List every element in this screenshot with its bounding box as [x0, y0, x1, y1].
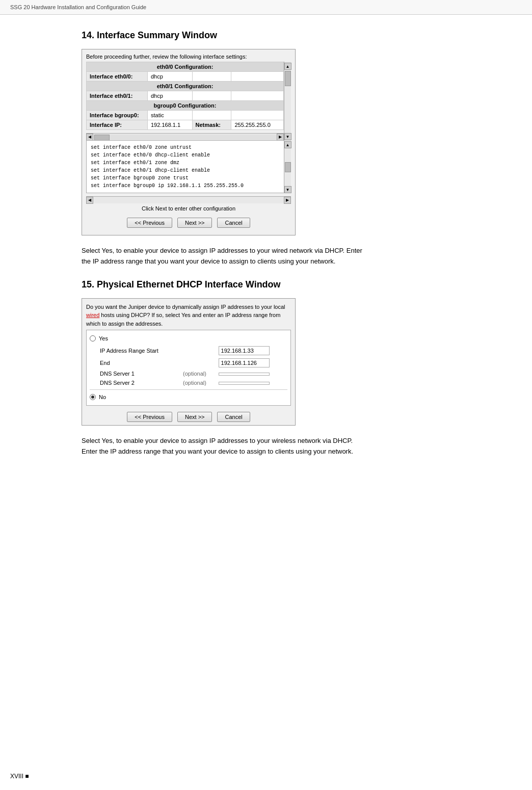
- cli-vscroll-thumb[interactable]: [285, 162, 291, 172]
- dns1-row: DNS Server 1 (optional): [90, 369, 287, 378]
- ip-start-input-cell: 192.168.1.33: [217, 345, 287, 357]
- dns1-label: DNS Server 1: [90, 369, 181, 378]
- eth01-header-row: eth0/1 Configuration:: [87, 82, 284, 91]
- section14-description: Select Yes, to enable your device to ass…: [82, 246, 367, 267]
- vscroll-thumb[interactable]: [285, 71, 291, 86]
- vscroll-track: [285, 70, 291, 133]
- bgroup0-label: Interface bgroup0:: [87, 111, 148, 120]
- divider: [90, 389, 287, 390]
- interface-table: eth0/0 Configuration: Interface eth0/0: …: [86, 62, 284, 130]
- ip-row: Interface IP: 192.168.1.1 Netmask: 255.2…: [87, 120, 284, 130]
- ip-start-row: IP Address Range Start 192.168.1.33: [90, 345, 287, 357]
- no-radio[interactable]: [90, 394, 96, 400]
- cli-line-2: set interface eth0/0 dhcp-client enable: [91, 151, 281, 159]
- bgroup0-header: bgroup0 Configuration:: [87, 101, 284, 111]
- section14-previous-button[interactable]: << Previous: [127, 218, 172, 228]
- footer-text: XVIII ■: [10, 773, 29, 780]
- bgroup0-header-row: bgroup0 Configuration:: [87, 101, 284, 111]
- vscroll-down-btn[interactable]: ▼: [284, 133, 291, 140]
- section15-cancel-button[interactable]: Cancel: [217, 412, 250, 422]
- eth00-header-row: eth0/0 Configuration:: [87, 62, 284, 72]
- yes-label: Yes: [99, 335, 108, 341]
- eth01-label: Interface eth0/1:: [87, 91, 148, 101]
- ip-label: Interface IP:: [87, 120, 148, 130]
- vscroll-up-btn[interactable]: ▲: [284, 63, 291, 70]
- no-radio-option[interactable]: No: [90, 392, 287, 402]
- interface-table-main: eth0/0 Configuration: Interface eth0/0: …: [86, 62, 284, 140]
- dns1-optional: (optional): [181, 369, 217, 378]
- ip-value: 192.168.1.1: [148, 120, 193, 130]
- cli-hscrollbar[interactable]: ◀ ▶: [86, 196, 291, 203]
- ip-start-input[interactable]: 192.168.1.33: [219, 346, 270, 355]
- cli-box-wrapper: set interface eth0/0 zone untrust set in…: [86, 140, 291, 193]
- section14-next-button[interactable]: Next >>: [177, 218, 212, 228]
- section14-cancel-button[interactable]: Cancel: [217, 218, 250, 228]
- cli-line-4: set interface eth0/1 dhcp-client enable: [91, 167, 281, 174]
- prompt-wired: wired: [86, 312, 99, 318]
- cli-hscroll-right[interactable]: ▶: [284, 197, 291, 204]
- main-content: 14. Interface Summary Window Before proc…: [0, 15, 532, 500]
- end-label: End: [90, 357, 181, 369]
- bgroup0-row: Interface bgroup0: static: [87, 111, 284, 120]
- dhcp-prompt: Do you want the Juniper device to dynami…: [82, 299, 295, 330]
- window-inner: Before proceeding further, review the fo…: [82, 49, 295, 235]
- eth00-label: Interface eth0/0:: [87, 72, 148, 82]
- eth00-value: dhcp: [148, 72, 193, 82]
- table-vscrollbar[interactable]: ▲ ▼: [284, 62, 291, 140]
- eth01-header: eth0/1 Configuration:: [87, 82, 284, 91]
- section15-next-button[interactable]: Next >>: [177, 412, 212, 422]
- cli-line-6: set interface bgroup0 ip 192.168.1.1 255…: [91, 182, 281, 190]
- end-input[interactable]: 192.168.1.126: [219, 358, 270, 367]
- end-input-cell: 192.168.1.126: [217, 357, 287, 369]
- netmask-value: 255.255.255.0: [231, 120, 284, 130]
- notice-text: Before proceeding further, review the fo…: [86, 54, 291, 60]
- netmask-label: Netmask:: [192, 120, 231, 130]
- click-next-label: Click Next to enter other configuration: [86, 205, 291, 212]
- dhcp-form: Yes IP Address Range Start 192.168.1.33 …: [86, 330, 291, 406]
- cli-vscroll-up-btn[interactable]: ▲: [284, 141, 291, 148]
- dns2-input-cell: [217, 378, 287, 387]
- yes-radio-option[interactable]: Yes: [90, 333, 287, 344]
- cli-vscroll-down-btn[interactable]: ▼: [284, 186, 291, 193]
- cli-line-5: set interface bgroup0 zone trust: [91, 174, 281, 182]
- section-15: 15. Physical Ethernet DHCP Interface Win…: [82, 279, 501, 457]
- dhcp-interface-window: Do you want the Juniper device to dynami…: [82, 298, 296, 426]
- eth00-row: Interface eth0/0: dhcp: [87, 72, 284, 82]
- dhcp-fields-table: IP Address Range Start 192.168.1.33 End …: [90, 345, 287, 387]
- dns2-label: DNS Server 2: [90, 378, 181, 387]
- dns1-input[interactable]: [219, 373, 270, 376]
- eth00-header: eth0/0 Configuration:: [87, 62, 284, 72]
- cli-line-1: set interface eth0/0 zone untrust: [91, 144, 281, 151]
- hscroll-thumb[interactable]: [94, 135, 110, 141]
- section15-previous-button[interactable]: << Previous: [127, 412, 172, 422]
- hscroll-track: [93, 135, 277, 140]
- dns2-optional: (optional): [181, 378, 217, 387]
- cli-vscrollbar[interactable]: ▲ ▼: [284, 140, 291, 193]
- section15-description: Select Yes, to enable your device to ass…: [82, 436, 367, 457]
- interface-summary-window: Before proceeding further, review the fo…: [82, 49, 296, 235]
- yes-radio[interactable]: [90, 335, 96, 341]
- section15-btn-row: << Previous Next >> Cancel: [82, 409, 295, 425]
- table-hscrollbar[interactable]: ◀ ▶: [86, 133, 284, 140]
- hscroll-right-btn[interactable]: ▶: [277, 134, 284, 141]
- bgroup0-value: static: [148, 111, 193, 120]
- eth01-value: dhcp: [148, 91, 193, 101]
- header-text: SSG 20 Hardware Installation and Configu…: [10, 4, 146, 10]
- section-14: 14. Interface Summary Window Before proc…: [82, 30, 501, 267]
- cli-hscroll-left[interactable]: ◀: [86, 197, 93, 204]
- prompt-part2: hosts using DHCP? If so, select Yes and …: [86, 312, 280, 327]
- dns2-row: DNS Server 2 (optional): [90, 378, 287, 387]
- section-15-title: 15. Physical Ethernet DHCP Interface Win…: [82, 279, 501, 290]
- page-header: SSG 20 Hardware Installation and Configu…: [0, 0, 532, 15]
- ip-start-label: IP Address Range Start: [90, 345, 181, 357]
- no-label: No: [99, 394, 106, 400]
- end-row: End 192.168.1.126: [90, 357, 287, 369]
- hscroll-left-btn[interactable]: ◀: [86, 134, 93, 141]
- cli-code-box: set interface eth0/0 zone untrust set in…: [86, 140, 291, 193]
- section14-btn-row: << Previous Next >> Cancel: [86, 215, 291, 231]
- cli-line-3: set interface eth0/1 zone dmz: [91, 159, 281, 167]
- section-14-title: 14. Interface Summary Window: [82, 30, 501, 41]
- interface-table-container: eth0/0 Configuration: Interface eth0/0: …: [86, 62, 291, 140]
- dns2-input[interactable]: [219, 382, 270, 385]
- eth01-row: Interface eth0/1: dhcp: [87, 91, 284, 101]
